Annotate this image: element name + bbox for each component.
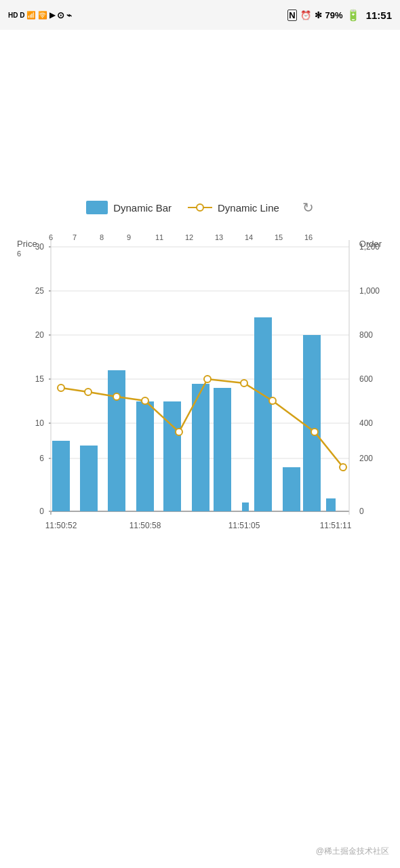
bar-legend-label: Dynamic Bar — [113, 202, 172, 214]
alarm-icon: ⏰ — [300, 10, 311, 20]
svg-text:600: 600 — [359, 374, 373, 384]
x-top-label-4: 11 — [155, 233, 163, 241]
chart-legend: Dynamic Bar Dynamic Line ↻ — [17, 199, 383, 216]
status-left-icons: HD D 📶 🛜 ▶ ⊙ ⌁ — [8, 10, 72, 20]
svg-text:1,200: 1,200 — [359, 242, 380, 252]
bluetooth-icon: ✻ — [315, 10, 322, 20]
svg-text:25: 25 — [35, 286, 45, 296]
line-legend-icon — [188, 201, 212, 214]
line-node-8 — [311, 429, 318, 435]
signal-icon: 📶 — [26, 11, 36, 20]
bar-11 — [326, 498, 336, 511]
line-legend-label: Dynamic Line — [218, 202, 279, 214]
nfc-icon: N — [287, 9, 296, 21]
wifi-icon: 🛜 — [38, 11, 47, 20]
left-axis-label: Price — [17, 239, 37, 249]
svg-text:30: 30 — [35, 242, 45, 252]
svg-text:20: 20 — [35, 330, 45, 340]
line-node-4 — [176, 429, 182, 435]
svg-point-1 — [197, 204, 203, 211]
svg-text:400: 400 — [359, 418, 373, 428]
x-top-label-3: 9 — [127, 233, 131, 241]
line-node-5 — [204, 376, 211, 382]
bar-1 — [80, 446, 98, 511]
svg-text:1,000: 1,000 — [359, 286, 380, 296]
bar-legend-icon — [86, 201, 108, 214]
bar-6 — [214, 388, 231, 511]
svg-text:15: 15 — [35, 374, 45, 384]
x-top-label-7: 14 — [245, 233, 253, 241]
media-icon: ▶ — [49, 11, 55, 20]
x-top-label-2: 8 — [100, 233, 104, 241]
x-time-2: 11:51:05 — [228, 521, 260, 530]
bar-3 — [136, 401, 154, 511]
bar-4 — [163, 401, 181, 511]
bar-legend-item: Dynamic Bar — [86, 201, 172, 214]
svg-text:0: 0 — [359, 507, 364, 516]
chart-svg: Price 6 Order 30 1,200 25 1,000 — [10, 226, 390, 579]
refresh-button[interactable]: ↻ — [302, 199, 314, 216]
line-node-7 — [269, 397, 276, 404]
bar-7 — [242, 502, 249, 511]
battery-icon: 🔋 — [346, 9, 360, 22]
battery-percent: 79% — [325, 10, 343, 20]
status-bar: HD D 📶 🛜 ▶ ⊙ ⌁ N ⏰ ✻ 79% 🔋 11:51 — [0, 0, 400, 30]
hd-icon: HD D — [8, 12, 24, 19]
svg-text:0: 0 — [39, 507, 44, 516]
line-node-2 — [113, 393, 120, 400]
x-time-0: 11:50:52 — [45, 521, 77, 530]
usb-icon: ⌁ — [66, 10, 72, 20]
time-display: 11:51 — [366, 9, 392, 21]
line-node-9 — [340, 464, 346, 471]
nav-icon: ⊙ — [57, 10, 64, 20]
svg-text:10: 10 — [35, 418, 45, 428]
bar-10 — [303, 335, 321, 511]
bar-8 — [254, 317, 272, 511]
chart-area: Price 6 Order 30 1,200 25 1,000 — [10, 226, 390, 579]
x-time-3: 11:51:11 — [320, 521, 352, 530]
svg-text:200: 200 — [359, 454, 373, 463]
chart-svg-container: Price 6 Order 30 1,200 25 1,000 — [10, 226, 390, 579]
line-node-3 — [142, 397, 148, 404]
x-top-label-5: 12 — [185, 233, 193, 241]
status-right-icons: N ⏰ ✻ 79% 🔋 11:51 — [287, 9, 392, 22]
svg-text:800: 800 — [359, 330, 373, 340]
svg-text:6: 6 — [17, 250, 21, 258]
bar-9 — [283, 467, 300, 511]
x-top-label-6: 13 — [215, 233, 223, 241]
chart-wrapper: Dynamic Bar Dynamic Line ↻ Price 6 — [0, 186, 400, 606]
watermark: @稀土掘金技术社区 — [316, 846, 389, 857]
line-node-0 — [58, 384, 64, 391]
bar-0 — [52, 441, 70, 511]
x-top-label-9: 16 — [304, 233, 313, 241]
line-node-1 — [85, 389, 92, 395]
svg-text:6: 6 — [39, 454, 44, 463]
x-time-1: 11:50:58 — [129, 521, 161, 530]
bar-2 — [108, 370, 125, 511]
line-legend-item: Dynamic Line — [188, 201, 279, 214]
x-top-label-8: 15 — [275, 233, 283, 241]
line-node-6 — [241, 380, 247, 387]
x-top-label-1: 7 — [73, 233, 77, 241]
